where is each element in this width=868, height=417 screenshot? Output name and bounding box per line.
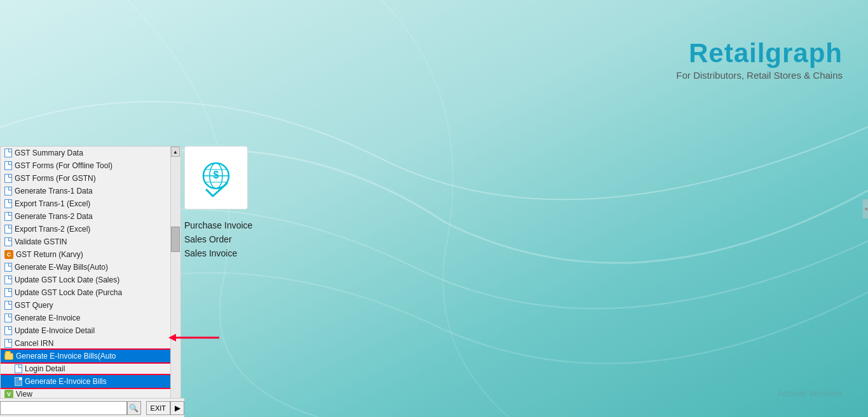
logo-area: Retailgraph For Distributors, Retail Sto… [676,38,843,81]
sidebar-label-view: View [16,390,32,399]
sidebar-label-gst-summary: GST Summary Data [15,149,83,157]
sidebar-label-generate-trans2: Generate Trans-2 Data [15,212,93,221]
svg-marker-2 [168,334,176,341]
sidebar-item-generate-einvoice-bills[interactable]: Generate E-Invoice Bills [1,375,170,388]
sidebar-item-update-gst-lock-purchase[interactable]: Update GST Lock Date (Purcha [1,286,170,299]
sidebar-item-update-einvoice[interactable]: Update E-Invoice Detail [1,324,170,337]
doc-icon [4,199,12,208]
menu-item-purchase-invoice[interactable]: Purchase Invoice [184,218,252,232]
sidebar-scrollbar[interactable]: ▲ ▼ [170,147,180,413]
app-subtitle: For Distributors, Retail Stores & Chains [676,70,843,81]
menu-items-list: Purchase Invoice Sales Order Sales Invoi… [184,218,252,260]
sidebar-item-validate-gstin[interactable]: Validate GSTIN [1,235,170,248]
doc-icon [4,149,12,157]
doc-icon [4,263,12,272]
search-icon: 🔍 [129,404,139,413]
sidebar-list: GST Summary Data GST Forms (For Offline … [1,147,170,413]
doc-icon [4,187,12,195]
menu-item-sales-invoice[interactable]: Sales Invoice [184,246,252,260]
sidebar-label-cancel-irn: Cancel IRN [15,339,53,348]
doc-icon [4,174,12,183]
sidebar-label-generate-einvoice-bills-auto: Generate E-Invoice Bills(Auto [16,352,116,361]
sidebar-label-export-trans1: Export Trans-1 (Excel) [15,199,90,208]
sidebar-label-gst-forms-offline: GST Forms (For Offline Tool) [15,161,112,170]
app-logo-icon: $ [194,156,238,200]
resize-handle[interactable]: ◂ [863,199,868,218]
sidebar-label-login-detail: Login Detail [25,364,65,373]
doc-icon [4,212,12,221]
sidebar-label-update-gst-lock-sales: Update GST Lock Date (Sales) [15,275,119,284]
sidebar-label-update-einvoice: Update E-Invoice Detail [15,326,95,335]
sidebar-label-update-gst-lock-purchase: Update GST Lock Date (Purcha [15,288,122,297]
next-icon: ▶ [175,404,180,413]
red-arrow [168,329,226,347]
sidebar-item-cancel-irn[interactable]: Cancel IRN [1,337,170,350]
scrollbar-thumb[interactable] [171,227,180,252]
doc-icon [15,377,22,386]
sidebar-label-gst-forms-gstn: GST Forms (For GSTN) [15,174,96,183]
doc-icon [4,339,12,348]
svg-text:$: $ [214,169,219,180]
doc-icon [4,288,12,297]
exit-label: EXIT [151,404,166,412]
activate-windows-text: Activate Windows [777,388,843,398]
search-input[interactable] [0,401,127,415]
doc-icon [4,314,12,322]
sidebar-item-generate-trans1[interactable]: Generate Trans-1 Data [1,185,170,197]
next-button[interactable]: ▶ [170,401,184,415]
v-icon: V [4,390,13,399]
sidebar-panel: GST Summary Data GST Forms (For Offline … [0,146,181,417]
sidebar-item-login-detail[interactable]: Login Detail [1,362,170,375]
sidebar-label-gst-return-karvy: GST Return (Karvy) [16,250,83,259]
search-button[interactable]: 🔍 [127,401,141,415]
menu-item-sales-order[interactable]: Sales Order [184,232,252,246]
sidebar-label-generate-einvoice: Generate E-Invoice [15,314,80,322]
sidebar-label-generate-einvoice-bills: Generate E-Invoice Bills [25,377,107,386]
sidebar-label-validate-gstin: Validate GSTIN [15,237,67,246]
doc-icon [4,275,12,284]
folder-icon [4,353,13,360]
sidebar-label-generate-eway: Generate E-Way Bills(Auto) [15,263,108,272]
doc-icon [15,364,22,373]
exit-button[interactable]: EXIT [146,401,170,415]
sidebar-item-gst-query[interactable]: GST Query [1,299,170,312]
doc-icon [4,237,12,246]
doc-icon [4,301,12,310]
doc-icon [4,225,12,234]
center-panel: $ Purchase Invoice Sales Order Sales Inv… [184,146,252,260]
sidebar-item-generate-eway[interactable]: Generate E-Way Bills(Auto) [1,261,170,274]
sidebar-label-generate-trans1: Generate Trans-1 Data [15,187,93,195]
scroll-up-button[interactable]: ▲ [171,147,180,157]
doc-icon [4,326,12,335]
sidebar-item-generate-einvoice-bills-auto[interactable]: Generate E-Invoice Bills(Auto [1,350,170,362]
sidebar-item-generate-trans2[interactable]: Generate Trans-2 Data [1,210,170,223]
app-icon-box: $ [184,146,248,209]
sidebar-item-generate-einvoice[interactable]: Generate E-Invoice [1,312,170,324]
sidebar-item-gst-return-karvy[interactable]: C GST Return (Karvy) [1,248,170,261]
sidebar-item-gst-forms-offline[interactable]: GST Forms (For Offline Tool) [1,159,170,172]
sidebar-item-export-trans1[interactable]: Export Trans-1 (Excel) [1,197,170,210]
sidebar-label-gst-query: GST Query [15,301,53,310]
sidebar-label-export-trans2: Export Trans-2 (Excel) [15,225,90,234]
sidebar-item-export-trans2[interactable]: Export Trans-2 (Excel) [1,223,170,235]
sidebar-item-update-gst-lock-sales[interactable]: Update GST Lock Date (Sales) [1,274,170,286]
sidebar-item-gst-summary[interactable]: GST Summary Data [1,147,170,159]
sidebar-item-gst-forms-gstn[interactable]: GST Forms (For GSTN) [1,172,170,185]
doc-icon [4,161,12,170]
app-title: Retailgraph [676,38,843,69]
c-icon: C [4,250,13,259]
bottom-bar: 🔍 EXIT ▶ [0,398,184,417]
